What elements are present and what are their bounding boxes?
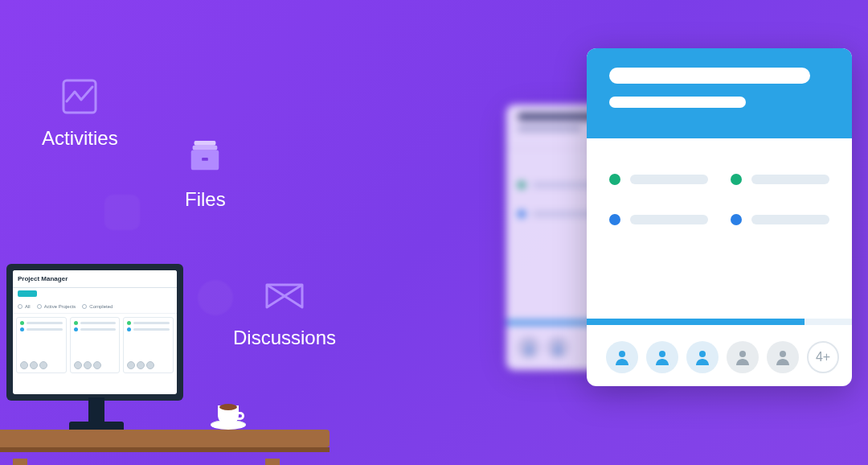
- avatar-icon: [727, 341, 759, 373]
- pm-card: [123, 317, 174, 373]
- status-item: [731, 174, 829, 185]
- coffee-cup: [211, 394, 246, 430]
- status-dot-icon: [731, 174, 742, 185]
- feature-label: Activities: [42, 127, 118, 150]
- foreground-card: 4+: [587, 48, 852, 386]
- right-cards: 4+: [482, 48, 868, 418]
- desk: [0, 430, 330, 465]
- status-dot-icon: [609, 214, 620, 225]
- feature-activities: Activities: [42, 77, 118, 150]
- placeholder-line: [609, 68, 810, 84]
- feature-files: Files: [185, 138, 226, 211]
- monitor: Project Manager All Active Projects Comp…: [6, 264, 183, 401]
- background-card: [506, 105, 659, 370]
- svg-point-6: [526, 343, 531, 348]
- status-dot-icon: [609, 174, 620, 185]
- avatar-icon: [646, 341, 678, 373]
- feature-label: Files: [185, 188, 226, 211]
- svg-point-11: [739, 351, 746, 357]
- avatar-icon: [547, 336, 569, 359]
- progress-bar: [587, 319, 852, 325]
- card-header: [587, 48, 852, 138]
- avatar-icon: [767, 341, 799, 373]
- files-icon: [186, 138, 224, 177]
- pm-tab: Completed: [82, 304, 113, 309]
- svg-point-12: [780, 351, 786, 357]
- pm-title: Project Manager: [18, 275, 68, 282]
- desk-illustration: Project Manager All Active Projects Comp…: [0, 224, 273, 465]
- svg-point-9: [659, 351, 665, 357]
- status-item: [609, 214, 708, 225]
- pm-card: [16, 317, 67, 373]
- svg-rect-2: [193, 146, 218, 150]
- pm-tab: All: [18, 304, 31, 309]
- svg-rect-4: [202, 158, 208, 161]
- pm-tab: Active Projects: [37, 304, 76, 309]
- svg-point-8: [619, 351, 625, 357]
- status-dot-icon: [731, 214, 742, 225]
- avatar-icon: [686, 341, 719, 373]
- pm-accent-tag: [18, 290, 37, 297]
- svg-point-10: [699, 351, 706, 357]
- svg-rect-3: [194, 141, 216, 146]
- activities-icon: [60, 77, 99, 116]
- avatar-icon: [606, 341, 638, 373]
- placeholder-line: [609, 97, 746, 108]
- avatar-overflow: 4+: [807, 341, 839, 373]
- pm-card: [70, 317, 121, 373]
- monitor-screen: Project Manager All Active Projects Comp…: [13, 270, 177, 394]
- avatar-icon: [518, 336, 540, 359]
- monitor-stand: [88, 397, 104, 423]
- svg-point-7: [555, 343, 560, 348]
- status-item: [609, 174, 708, 185]
- status-item: [731, 214, 829, 225]
- avatar-row: 4+: [606, 341, 839, 373]
